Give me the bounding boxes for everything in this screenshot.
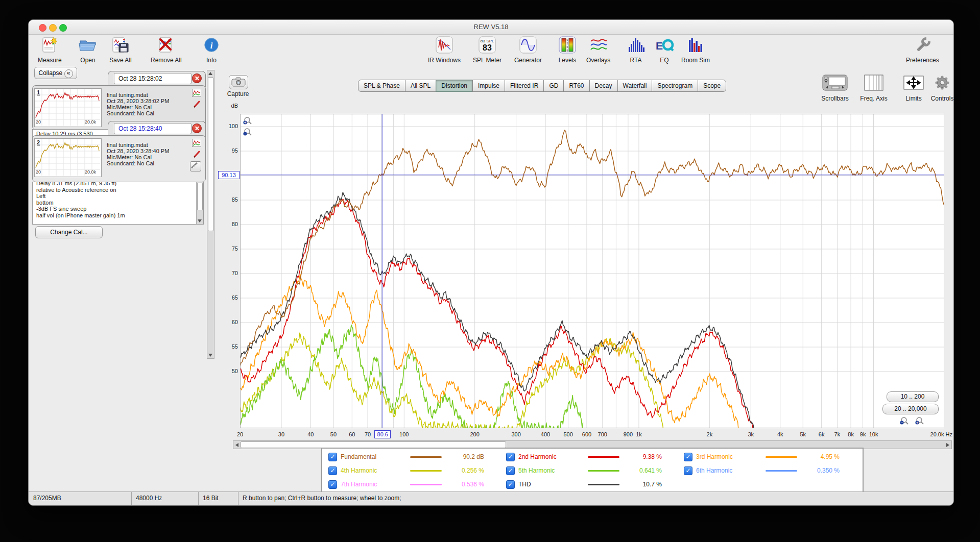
measurement-ruler-button[interactable] (190, 161, 201, 171)
toolbar-label: Info (200, 57, 223, 64)
legend-value: 0.350 % (799, 467, 840, 474)
measurement-notes[interactable]: Delay 8.31 ms (2.851 m, 9.35 ft)relative… (32, 182, 204, 225)
legend-line-sample (410, 484, 442, 485)
measurement-trace-pen-icon[interactable] (193, 150, 202, 158)
tab-all-spl[interactable]: All SPL (405, 80, 436, 92)
toolbar-remove-all-button[interactable]: Remove All (151, 36, 182, 64)
legend-checkbox[interactable]: ✓ (328, 466, 337, 475)
toolbar-label: Levels (556, 57, 579, 64)
measurement-card[interactable]: 22020.0kfinal tuning.mdatOct 28, 2020 3:… (32, 135, 206, 182)
toolbar-levels-button[interactable]: 0369Levels (556, 36, 579, 64)
legend-item: ✓3rd Harmonic4.95 % (684, 452, 852, 462)
measurement-date-field[interactable]: Oct 28 15:28:02 (114, 73, 192, 84)
legend-checkbox[interactable]: ✓ (684, 466, 692, 475)
measurement-date-field[interactable]: Oct 28 15:28:40 (114, 123, 192, 134)
toolbar-info-button[interactable]: iInfo (200, 36, 223, 64)
zoom-y-in-icon[interactable]: + (243, 116, 252, 126)
collapse-button[interactable]: Collapse « (34, 67, 77, 79)
info-icon: i (200, 36, 223, 56)
distortion-plot[interactable] (240, 114, 944, 428)
tab-spectrogram[interactable]: Spectrogram (652, 80, 698, 92)
legend-checkbox[interactable]: ✓ (506, 480, 515, 489)
tab-rt60[interactable]: RT60 (563, 80, 589, 92)
legend-name: 7th Harmonic (341, 481, 377, 488)
toolbar-measure-button[interactable]: Measure (38, 36, 62, 64)
toolbar-overlays-button[interactable]: Overlays (586, 36, 610, 64)
toolbar-label: Save All (109, 57, 132, 64)
scroll-right-icon[interactable] (946, 443, 949, 447)
notes-scrollbar[interactable] (196, 182, 203, 225)
legend-line-sample (410, 456, 442, 458)
tab-waterfall[interactable]: Waterfall (617, 80, 653, 92)
scroll-up-icon[interactable] (208, 72, 212, 75)
toolbar-label: Room Sim (681, 57, 710, 64)
scroll-left-icon[interactable] (235, 443, 238, 447)
change-cal-button[interactable]: Change Cal... (35, 226, 103, 238)
toolbar-eq-button[interactable]: EEQ (653, 36, 676, 64)
capture-label: Capture (222, 90, 254, 97)
toolbar-rta-button[interactable]: RTA (624, 36, 648, 64)
zoom-x-out-icon[interactable]: − (900, 416, 909, 426)
legend-checkbox[interactable]: ✓ (684, 453, 692, 461)
toolbar-save-all-button[interactable]: Save All (109, 36, 132, 64)
legend-line-sample (588, 470, 619, 472)
legend-item: ✓6th Harmonic0.350 % (684, 465, 852, 476)
tab-impulse[interactable]: Impulse (472, 80, 505, 92)
ir-windows-icon (428, 36, 461, 56)
toolbar-spl-meter-button[interactable]: dB SPL83SPL Meter (473, 36, 501, 64)
controls-button[interactable]: Controls (925, 74, 954, 102)
tab-distortion[interactable]: Distortion (436, 80, 473, 92)
y-tick-label: 95 (217, 147, 238, 154)
range-20-20000-button[interactable]: 20 .. 20,000 (882, 404, 939, 414)
svg-text:dB SPL: dB SPL (481, 39, 495, 43)
toolbar-room-sim-button[interactable]: Room Sim (681, 36, 710, 64)
legend-checkbox[interactable]: ✓ (506, 466, 515, 475)
close-measurement-button[interactable] (192, 124, 202, 133)
tab-decay[interactable]: Decay (589, 80, 618, 92)
toolbar-label: Open (76, 57, 100, 64)
legend-checkbox[interactable]: ✓ (328, 480, 337, 489)
y-tick-label: 60 (217, 319, 238, 325)
measurement-graph-icon[interactable] (192, 139, 201, 147)
legend-checkbox[interactable]: ✓ (328, 453, 337, 461)
notes-line: -3dB FS sine sweep (36, 206, 86, 212)
sidebar-scrollbar[interactable] (207, 70, 214, 359)
tab-gd[interactable]: GD (543, 80, 564, 92)
measurement-index: 2 (37, 139, 40, 145)
tab-spl-phase[interactable]: SPL & Phase (358, 80, 405, 92)
sidebar-scrollbar-thumb[interactable] (208, 77, 213, 231)
save-all-icon (109, 36, 132, 56)
close-measurement-button[interactable] (192, 73, 202, 83)
measurement-mic: Mic/Meter: No Cal (107, 154, 152, 160)
toolbar-open-button[interactable]: Open (76, 36, 100, 64)
zoom-x-in-icon[interactable]: + (915, 416, 924, 426)
scroll-down-icon[interactable] (208, 354, 212, 357)
levels-icon: 0369 (556, 36, 579, 56)
toolbar-generator-button[interactable]: Generator (514, 36, 542, 64)
freq-axis-button[interactable]: Freq. Axis (857, 74, 891, 102)
legend-line-sample (588, 456, 619, 458)
view-button-label: Controls (925, 95, 954, 102)
measurement-trace-pen-icon[interactable] (193, 100, 202, 108)
status-bar: 87/205MB 48000 Hz 16 Bit R button to pan… (29, 491, 953, 505)
tab-scope[interactable]: Scope (698, 80, 726, 92)
legend-value: 0.641 % (621, 467, 662, 474)
measurement-index: 1 (37, 89, 40, 95)
capture-button[interactable] (229, 75, 248, 89)
notes-scrollbar-thumb[interactable] (197, 183, 203, 210)
legend-value: 0.536 % (443, 481, 484, 488)
tab-filtered-ir[interactable]: Filtered IR (505, 80, 544, 92)
notes-line: half vol (on iPhone master gain) 1m (36, 212, 125, 218)
legend-checkbox[interactable]: ✓ (506, 453, 515, 461)
toolbar-preferences-button[interactable]: Preferences (906, 36, 939, 64)
zoom-y-out-icon[interactable]: − (243, 128, 252, 137)
scroll-down-icon[interactable] (198, 219, 202, 223)
x-tick-label: 100 (391, 431, 417, 437)
legend-item: ✓7th Harmonic0.536 % (328, 479, 497, 489)
range-10-200-button[interactable]: 10 .. 200 (887, 391, 939, 402)
scrollbars-button[interactable]: Scrollbars (817, 74, 853, 102)
toolbar-ir-windows-button[interactable]: IR Windows (428, 36, 461, 64)
overlays-icon (586, 36, 610, 56)
measurement-graph-icon[interactable] (192, 89, 201, 97)
legend-name: 5th Harmonic (518, 467, 555, 474)
